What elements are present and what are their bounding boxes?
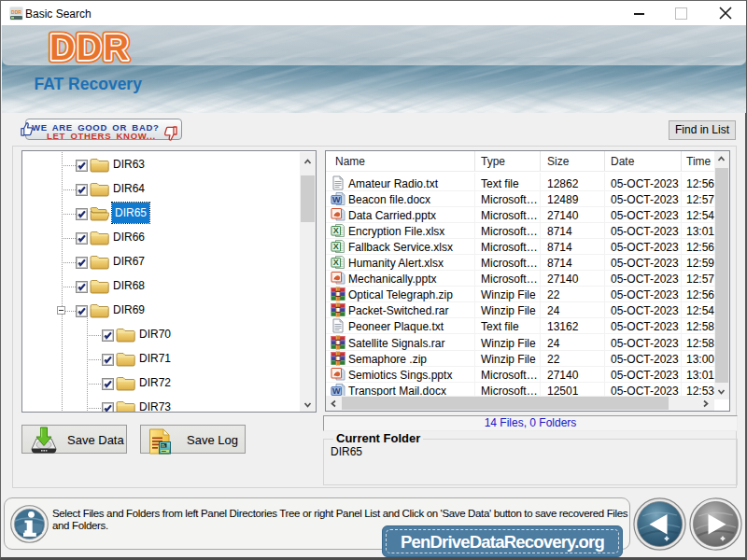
svg-text:X: X xyxy=(333,226,339,235)
svg-text:DDR: DDR xyxy=(11,9,21,15)
svg-text:X: X xyxy=(333,242,339,251)
svg-text:W: W xyxy=(332,195,341,204)
svg-text:DDR: DDR xyxy=(49,28,130,67)
svg-text:X: X xyxy=(333,258,339,267)
svg-text:W: W xyxy=(332,386,341,396)
